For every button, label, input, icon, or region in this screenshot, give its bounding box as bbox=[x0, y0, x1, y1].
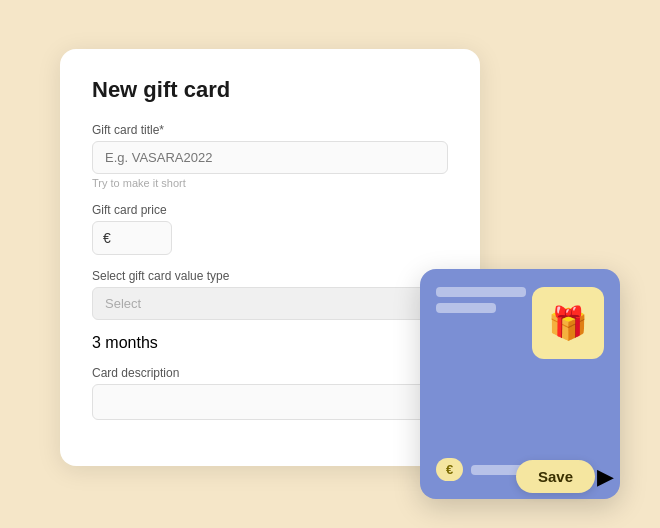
price-input[interactable] bbox=[115, 231, 155, 246]
value-type-label: Select gift card value type bbox=[92, 269, 448, 283]
price-field-group: Gift card price € bbox=[92, 203, 448, 255]
page-title: New gift card bbox=[92, 77, 448, 103]
cursor-icon: ▶ bbox=[597, 464, 614, 490]
gc-euro-badge: € bbox=[436, 458, 463, 481]
title-label: Gift card title* bbox=[92, 123, 448, 137]
price-input-wrap: € bbox=[92, 221, 172, 255]
gc-image-box: 🎁 bbox=[532, 287, 604, 359]
gift-icon: 🎁 bbox=[548, 304, 588, 342]
page-container: New gift card Gift card title* Try to ma… bbox=[60, 49, 600, 479]
save-button[interactable]: Save bbox=[516, 460, 595, 493]
title-hint: Try to make it short bbox=[92, 177, 448, 189]
title-field-group: Gift card title* Try to make it short bbox=[92, 123, 448, 189]
currency-symbol: € bbox=[103, 230, 111, 246]
price-label: Gift card price bbox=[92, 203, 448, 217]
save-button-wrap: Save ▶ bbox=[516, 460, 614, 493]
description-field-group: Card description bbox=[92, 366, 448, 424]
description-input[interactable] bbox=[92, 384, 448, 420]
validity-field-group: 3 months bbox=[92, 334, 448, 352]
title-input[interactable] bbox=[92, 141, 448, 174]
gc-line-1 bbox=[436, 287, 526, 297]
gc-line-2 bbox=[436, 303, 496, 313]
value-type-field-group: Select gift card value type Select bbox=[92, 269, 448, 320]
gc-bottom-row: € bbox=[436, 458, 526, 481]
description-label: Card description bbox=[92, 366, 448, 380]
form-card: New gift card Gift card title* Try to ma… bbox=[60, 49, 480, 466]
gc-lines bbox=[436, 287, 526, 313]
value-type-select[interactable]: Select bbox=[92, 287, 448, 320]
